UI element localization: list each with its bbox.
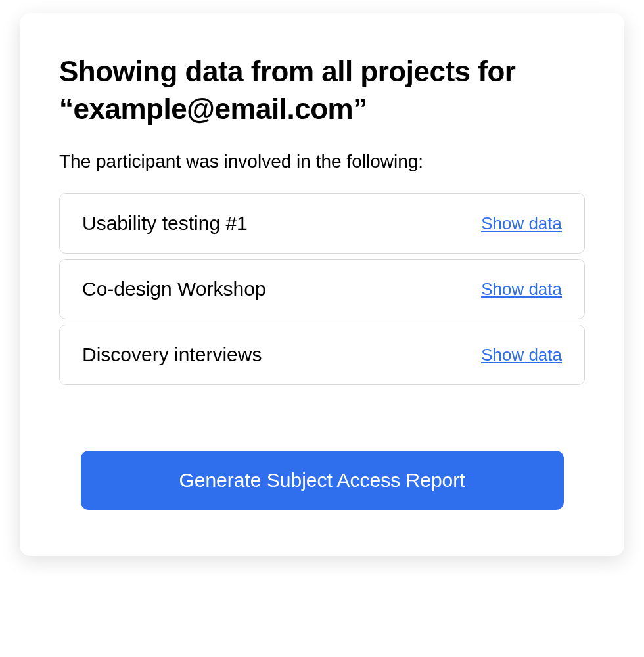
project-row: Co-design Workshop Show data [59,259,585,319]
participation-subtitle: The participant was involved in the foll… [59,151,585,172]
show-data-link[interactable]: Show data [481,214,562,234]
project-name: Usability testing #1 [82,212,248,235]
page-title: Showing data from all projects for “exam… [59,53,585,127]
project-list: Usability testing #1 Show data Co-design… [59,193,585,385]
project-name: Co-design Workshop [82,278,266,300]
show-data-link[interactable]: Show data [481,345,562,365]
generate-report-button[interactable]: Generate Subject Access Report [81,451,564,510]
show-data-link[interactable]: Show data [481,279,562,300]
project-row: Discovery interviews Show data [59,325,585,385]
project-name: Discovery interviews [82,344,262,366]
project-row: Usability testing #1 Show data [59,193,585,254]
subject-access-card: Showing data from all projects for “exam… [20,13,624,556]
